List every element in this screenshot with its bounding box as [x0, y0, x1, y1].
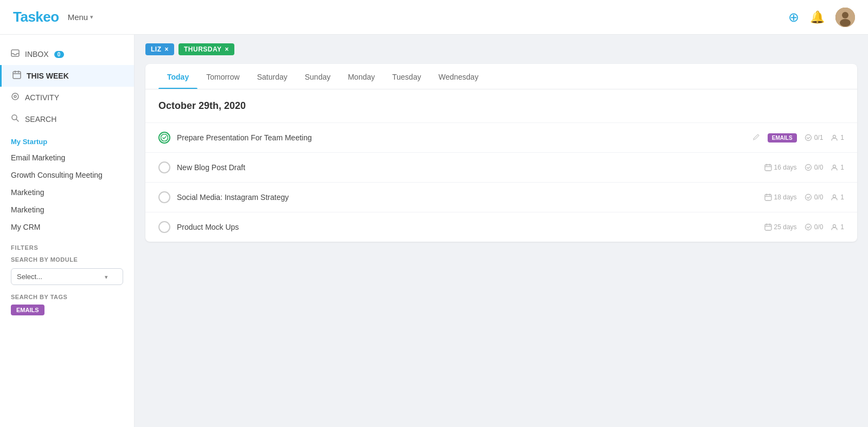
svg-point-12 [805, 165, 811, 171]
svg-rect-17 [765, 224, 771, 230]
filter-chips: LIZ × THURSDAY × [135, 35, 868, 64]
chip-liz[interactable]: LIZ × [145, 43, 174, 55]
svg-rect-14 [765, 195, 771, 200]
tab-sunday[interactable]: Sunday [296, 64, 339, 89]
inbox-badge: 0 [54, 51, 64, 58]
pencil-icon [752, 133, 760, 143]
menu-label: Menu [68, 12, 88, 22]
chevron-down-icon: ▾ [90, 14, 93, 21]
svg-point-16 [833, 195, 836, 198]
chip-liz-close[interactable]: × [165, 46, 169, 53]
chip-thursday[interactable]: THURSDAY × [178, 43, 234, 55]
bell-icon[interactable]: 🔔 [810, 10, 825, 24]
svg-rect-11 [765, 165, 771, 171]
sidebar-search-label: SEARCH [25, 115, 56, 124]
tab-tomorrow[interactable]: Tomorrow [197, 64, 248, 89]
content-panel: Today Tomorrow Saturday Sunday Monday Tu… [145, 64, 857, 242]
svg-point-5 [12, 93, 18, 100]
table-row: Social Media: Instagram Strategy 18 days [145, 183, 857, 212]
task-meta: 18 days 0/0 [764, 193, 844, 201]
svg-point-6 [14, 95, 16, 98]
sidebar-project-email[interactable]: Email Marketing [0, 149, 134, 166]
task-days: 25 days [764, 223, 797, 231]
sidebar: INBOX 0 THIS WEEK ACTIVITY [0, 35, 135, 427]
layout: INBOX 0 THIS WEEK ACTIVITY [0, 35, 868, 427]
task-checkbox-done[interactable] [158, 132, 170, 144]
search-by-tags-label: SEARCH BY TAGS [0, 292, 134, 305]
logo: Taskeo [13, 9, 59, 25]
task-people: 1 [831, 223, 844, 231]
svg-rect-3 [11, 50, 19, 56]
sidebar-project-marketing2[interactable]: Marketing [0, 201, 134, 218]
svg-point-2 [840, 19, 851, 27]
calendar-icon [12, 70, 21, 81]
svg-point-1 [842, 12, 848, 18]
tab-tuesday[interactable]: Tuesday [384, 64, 430, 89]
task-name: Prepare Presentation For Team Meeting [177, 133, 746, 142]
task-meta: 25 days 0/0 [764, 223, 844, 231]
tag-emails-badge[interactable]: EMAILS [11, 305, 44, 315]
sidebar-item-activity[interactable]: ACTIVITY [0, 87, 134, 108]
task-checks: 0/0 [805, 193, 824, 201]
sidebar-item-search[interactable]: SEARCH [0, 108, 134, 130]
sidebar-project-marketing1[interactable]: Marketing [0, 184, 134, 201]
module-select-container: Select... ▾ [11, 268, 123, 285]
sidebar-thisweek-label: THIS WEEK [27, 72, 69, 80]
sidebar-inbox-label: INBOX [25, 50, 49, 59]
task-checkbox[interactable] [158, 191, 170, 203]
sidebar-item-thisweek[interactable]: THIS WEEK [0, 65, 134, 87]
svg-point-9 [805, 135, 811, 141]
header-right: ⊕ 🔔 [788, 8, 855, 27]
tab-saturday[interactable]: Saturday [248, 64, 296, 89]
svg-point-18 [805, 224, 811, 230]
tab-wednesday[interactable]: Wednesday [430, 64, 487, 89]
task-checks: 0/0 [805, 164, 824, 171]
tab-today[interactable]: Today [158, 64, 197, 89]
tab-monday[interactable]: Monday [339, 64, 384, 89]
task-checks: 0/1 [805, 134, 824, 141]
svg-rect-4 [13, 72, 21, 79]
task-people: 1 [831, 134, 844, 141]
svg-point-15 [805, 195, 811, 200]
sidebar-section-title: My Startup [0, 130, 134, 149]
menu-button[interactable]: Menu ▾ [68, 12, 94, 22]
inbox-icon [11, 49, 20, 60]
sidebar-project-growth[interactable]: Growth Consulting Meeting [0, 166, 134, 184]
chip-thursday-label: THURSDAY [184, 46, 222, 53]
module-select-wrap: Select... ▾ [0, 266, 134, 292]
task-list: Prepare Presentation For Team Meeting EM… [145, 123, 857, 242]
task-meta: EMAILS 0/1 [752, 133, 844, 143]
activity-icon [11, 92, 20, 103]
svg-point-19 [833, 225, 836, 228]
header: Taskeo Menu ▾ ⊕ 🔔 [0, 0, 868, 35]
search-by-module-label: SEARCH BY MODULE [0, 254, 134, 266]
main-content: LIZ × THURSDAY × Today Tomorrow Saturday… [135, 35, 868, 427]
table-row: Prepare Presentation For Team Meeting EM… [145, 123, 857, 153]
chip-thursday-close[interactable]: × [225, 46, 229, 53]
header-left: Taskeo Menu ▾ [13, 9, 93, 25]
svg-point-10 [833, 135, 836, 138]
task-days: 16 days [764, 164, 797, 171]
task-days: 18 days [764, 193, 797, 201]
task-checkbox[interactable] [158, 221, 170, 233]
svg-point-13 [833, 165, 836, 168]
task-name: Social Media: Instagram Strategy [177, 193, 758, 202]
task-checkbox[interactable] [158, 161, 170, 173]
task-meta: 16 days 0/0 [764, 164, 844, 171]
table-row: New Blog Post Draft 16 days [145, 153, 857, 183]
sidebar-activity-label: ACTIVITY [25, 93, 59, 102]
task-checks: 0/0 [805, 223, 824, 231]
module-select[interactable]: Select... [11, 268, 123, 285]
task-name: New Blog Post Draft [177, 163, 758, 172]
task-people: 1 [831, 164, 844, 171]
search-icon [11, 114, 20, 125]
task-name: Product Mock Ups [177, 223, 758, 231]
emails-tag[interactable]: EMAILS [768, 133, 797, 143]
table-row: Product Mock Ups 25 days [145, 212, 857, 242]
date-heading: October 29th, 2020 [145, 89, 857, 123]
sidebar-project-mycrm[interactable]: My CRM [0, 218, 134, 236]
sidebar-item-inbox[interactable]: INBOX 0 [0, 43, 134, 65]
add-icon[interactable]: ⊕ [788, 10, 799, 25]
avatar[interactable] [835, 8, 855, 27]
day-tabs: Today Tomorrow Saturday Sunday Monday Tu… [145, 64, 857, 89]
